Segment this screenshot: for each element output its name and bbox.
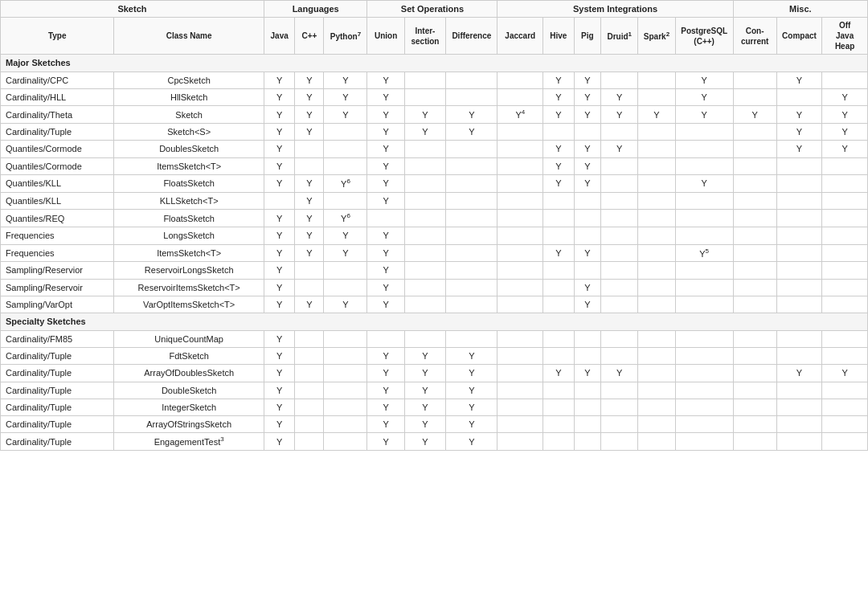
cell-jaccard <box>497 365 543 382</box>
cell-hive <box>543 382 575 399</box>
cell-cpp <box>295 416 324 433</box>
cell-type: Frequencies <box>1 227 114 244</box>
cell-spark <box>638 175 675 193</box>
cell-compact <box>776 210 822 227</box>
cell-className: FloatsSketch <box>114 210 264 227</box>
table-row: Quantiles/CormodeDoublesSketchYYYYYYY <box>1 141 868 157</box>
cell-python: Y <box>324 72 367 88</box>
cell-union: Y <box>367 416 404 433</box>
section-label: Specialty Sketches <box>1 313 868 330</box>
cell-className: VarOptItemsSketch<T> <box>114 296 264 313</box>
cell-java: Y <box>264 296 295 313</box>
cell-pig: Y <box>574 175 600 193</box>
cell-intersection <box>404 244 445 262</box>
cell-offHeap <box>822 244 868 262</box>
cell-difference <box>446 244 497 262</box>
cell-className: Sketch<S> <box>114 124 264 141</box>
cell-hive: Y <box>543 106 575 124</box>
cell-compact <box>776 262 822 279</box>
cell-jaccard <box>497 279 543 296</box>
cell-concurrent <box>733 192 776 209</box>
cell-offHeap <box>822 210 868 227</box>
cell-spark <box>638 157 675 174</box>
cell-intersection: Y <box>404 416 445 433</box>
col-intersection: Inter-section <box>404 18 445 55</box>
cell-pig: Y <box>574 244 600 262</box>
cell-druid <box>601 227 638 244</box>
cell-postgresql <box>675 279 733 296</box>
cell-type: Cardinality/Tuple <box>1 399 114 415</box>
cell-type: Sampling/Reservior <box>1 262 114 279</box>
cell-python <box>324 347 367 364</box>
cell-hive <box>543 296 575 313</box>
cell-java: Y <box>264 227 295 244</box>
group-languages: Languages <box>264 1 367 18</box>
cell-union: Y <box>367 433 404 451</box>
cell-druid <box>601 175 638 193</box>
cell-java: Y <box>264 175 295 193</box>
cell-cpp <box>295 157 324 174</box>
cell-className: EngagementTest3 <box>114 433 264 451</box>
cell-compact <box>776 157 822 174</box>
cell-offHeap: Y <box>822 88 868 105</box>
cell-compact <box>776 330 822 347</box>
cell-className: ArrayOfDoublesSketch <box>114 365 264 382</box>
cell-pig <box>574 262 600 279</box>
cell-druid: Y <box>601 88 638 105</box>
cell-pig: Y <box>574 157 600 174</box>
cell-postgresql: Y <box>675 72 733 88</box>
cell-python: Y <box>324 296 367 313</box>
cell-java: Y <box>264 244 295 262</box>
cell-spark: Y <box>638 106 675 124</box>
cell-offHeap <box>822 330 868 347</box>
cell-className: DoubleSketch <box>114 382 264 399</box>
cell-java: Y <box>264 382 295 399</box>
cell-druid: Y <box>601 141 638 157</box>
cell-druid <box>601 262 638 279</box>
cell-python <box>324 433 367 451</box>
cell-pig <box>574 124 600 141</box>
cell-pig <box>574 433 600 451</box>
cell-difference <box>446 175 497 193</box>
cell-druid <box>601 210 638 227</box>
cell-intersection <box>404 296 445 313</box>
cell-postgresql <box>675 296 733 313</box>
cell-pig: Y <box>574 279 600 296</box>
cell-type: Cardinality/Tuple <box>1 347 114 364</box>
cell-java: Y <box>264 72 295 88</box>
cell-cpp: Y <box>295 106 324 124</box>
cell-offHeap: Y <box>822 141 868 157</box>
cell-compact: Y <box>776 72 822 88</box>
cell-compact <box>776 433 822 451</box>
cell-type: Cardinality/FM85 <box>1 330 114 347</box>
cell-union: Y <box>367 399 404 415</box>
cell-concurrent <box>733 157 776 174</box>
cell-jaccard <box>497 157 543 174</box>
cell-type: Cardinality/Tuple <box>1 416 114 433</box>
cell-druid <box>601 72 638 88</box>
cell-druid <box>601 244 638 262</box>
cell-druid <box>601 157 638 174</box>
cell-cpp: Y <box>295 88 324 105</box>
cell-spark <box>638 210 675 227</box>
cell-hive <box>543 330 575 347</box>
cell-jaccard <box>497 296 543 313</box>
cell-compact <box>776 244 822 262</box>
cell-type: Cardinality/Theta <box>1 106 114 124</box>
cell-pig <box>574 210 600 227</box>
cell-druid <box>601 279 638 296</box>
cell-pig: Y <box>574 106 600 124</box>
cell-difference <box>446 88 497 105</box>
cell-intersection <box>404 88 445 105</box>
cell-python <box>324 279 367 296</box>
cell-python: Y6 <box>324 175 367 193</box>
cell-spark <box>638 244 675 262</box>
cell-python <box>324 382 367 399</box>
cell-pig <box>574 416 600 433</box>
cell-spark <box>638 141 675 157</box>
cell-postgresql: Y <box>675 88 733 105</box>
cell-className: ItemsSketch<T> <box>114 157 264 174</box>
cell-python: Y <box>324 227 367 244</box>
section-label: Major Sketches <box>1 55 868 72</box>
cell-cpp <box>295 141 324 157</box>
